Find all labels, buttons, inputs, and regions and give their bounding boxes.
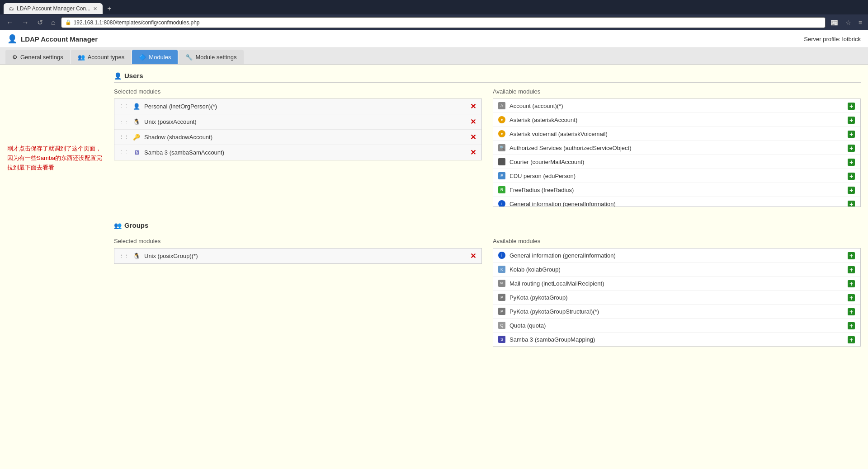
avail-icon-quota: Q bbox=[498, 321, 506, 329]
address-bar[interactable]: 🔒 192.168.1.1:8080/templates/config/conf… bbox=[61, 17, 826, 28]
add-auth-button[interactable]: + bbox=[847, 144, 856, 152]
groups-available-wrapper: i General information (generalInformatio… bbox=[493, 248, 861, 347]
avail-name-gen-info: General information (generalInformation) bbox=[509, 252, 843, 259]
lock-icon: 🔒 bbox=[65, 19, 71, 25]
module-name-shadow: Shadow (shadowAccount) bbox=[144, 134, 466, 141]
module-icon-personal: 👤 bbox=[132, 103, 141, 111]
users-module-shadow: ⋮⋮ 🔑 Shadow (shadowAccount) ✕ bbox=[114, 130, 481, 145]
tab-general-settings[interactable]: ⚙ General settings bbox=[5, 50, 70, 64]
avail-pykota-struct: P PyKota (pykotaGroupStructural)(*) + bbox=[493, 305, 860, 319]
add-mail-routing-button[interactable]: + bbox=[847, 280, 856, 287]
add-samba3-grp-button[interactable]: + bbox=[847, 336, 856, 343]
module-name-group-unix: Unix (posixGroup)(*) bbox=[144, 253, 466, 259]
drag-handle-unix[interactable]: ⋮⋮ bbox=[119, 119, 129, 125]
add-pykota-struct-button[interactable]: + bbox=[847, 308, 856, 315]
toolbar-icons: 📰 ☆ ≡ bbox=[828, 18, 864, 28]
modules-icon: 🔷 bbox=[139, 54, 146, 61]
menu-icon[interactable]: ≡ bbox=[856, 18, 864, 28]
avail-name-edu: EDU person (eduPerson) bbox=[509, 173, 843, 179]
users-available-modules[interactable]: A Account (account)(*) + ✦ Asterisk (ast… bbox=[493, 98, 861, 207]
add-asterisk-button[interactable]: + bbox=[847, 116, 856, 124]
module-name-unix: Unix (posixAccount) bbox=[144, 118, 466, 125]
logo-icon: 👤 bbox=[7, 34, 17, 44]
avail-name-auth: Authorized Services (authorizedServiceOb… bbox=[509, 145, 843, 151]
groups-available-panel: Available modules i General information … bbox=[493, 238, 861, 347]
groups-title-text: Groups bbox=[124, 221, 148, 229]
avail-name-pykota-struct: PyKota (pykotaGroupStructural)(*) bbox=[509, 308, 843, 315]
avail-icon-pykota-struct: P bbox=[498, 307, 506, 315]
drag-handle-samba3[interactable]: ⋮⋮ bbox=[119, 150, 129, 155]
back-button[interactable]: ← bbox=[4, 17, 16, 28]
refresh-button[interactable]: ↺ bbox=[34, 16, 46, 28]
content-area: 👤 Users Selected modules ⋮⋮ 👤 Personal (… bbox=[114, 72, 861, 469]
drag-handle-group-unix[interactable]: ⋮⋮ bbox=[119, 253, 129, 259]
remove-shadow-button[interactable]: ✕ bbox=[469, 133, 477, 141]
tab-account-types[interactable]: 👥 Account types bbox=[71, 50, 132, 64]
add-edu-button[interactable]: + bbox=[847, 172, 856, 180]
modules-label: Modules bbox=[149, 54, 171, 61]
avail-icon-samba3-grp: S bbox=[498, 335, 506, 343]
new-tab-button[interactable]: + bbox=[105, 3, 113, 14]
groups-available-modules[interactable]: i General information (generalInformatio… bbox=[493, 248, 861, 347]
remove-unix-button[interactable]: ✕ bbox=[469, 117, 477, 126]
users-module-personal: ⋮⋮ 👤 Personal (inetOrgPerson)(*) ✕ bbox=[114, 99, 481, 114]
groups-selected-modules: ⋮⋮ 🐧 Unix (posixGroup)(*) ✕ bbox=[114, 248, 482, 264]
add-freeradius-button[interactable]: + bbox=[847, 186, 856, 194]
avail-name-account: Account (account)(*) bbox=[509, 103, 843, 109]
module-name-samba3: Samba 3 (sambaSamAccount) bbox=[144, 149, 466, 156]
avail-icon-courier: @ bbox=[498, 158, 506, 166]
account-types-icon: 👥 bbox=[78, 54, 85, 61]
add-kolab-button[interactable]: + bbox=[847, 266, 856, 273]
add-account-button[interactable]: + bbox=[847, 102, 856, 110]
tab-modules[interactable]: 🔷 Modules bbox=[132, 50, 178, 64]
add-quota-button[interactable]: + bbox=[847, 322, 856, 329]
browser-tab[interactable]: 🗂 LDAP Account Manager Con... ✕ bbox=[4, 3, 103, 14]
avail-name-asterisk: Asterisk (asteriskAccount) bbox=[509, 117, 843, 123]
note-text: 刚才点击保存了就调到了这个页面，因为有一些Samba的东西还没配置完拉到最下面去… bbox=[7, 144, 107, 172]
add-asterisk-vm-button[interactable]: + bbox=[847, 130, 856, 138]
avail-kolab: K Kolab (kolabGroup) + bbox=[493, 263, 860, 277]
note-sidebar: 刚才点击保存了就调到了这个页面，因为有一些Samba的东西还没配置完拉到最下面去… bbox=[7, 72, 107, 469]
users-section-icon: 👤 bbox=[114, 72, 122, 80]
tab-module-settings[interactable]: 🔧 Module settings bbox=[179, 50, 243, 64]
users-selected-panel: Selected modules ⋮⋮ 👤 Personal (inetOrgP… bbox=[114, 88, 482, 207]
close-tab-button[interactable]: ✕ bbox=[93, 6, 97, 12]
avail-asterisk: ✦ Asterisk (asteriskAccount) + bbox=[493, 113, 860, 127]
users-available-wrapper: A Account (account)(*) + ✦ Asterisk (ast… bbox=[493, 98, 861, 207]
groups-available-title: Available modules bbox=[493, 238, 861, 244]
avail-mail-routing: ✉ Mail routing (inetLocalMailRecipient) … bbox=[493, 277, 860, 291]
add-general-info-button[interactable]: + bbox=[847, 200, 856, 207]
add-pykota-button[interactable]: + bbox=[847, 294, 856, 301]
browser-toolbar: ← → ↺ ⌂ 🔒 192.168.1.1:8080/templates/con… bbox=[0, 14, 868, 30]
url-text: 192.168.1.1:8080/templates/config/confmo… bbox=[74, 19, 200, 26]
avail-general-info: i General information (generalInformatio… bbox=[493, 197, 860, 207]
drag-handle-shadow[interactable]: ⋮⋮ bbox=[119, 134, 129, 140]
reader-icon[interactable]: 📰 bbox=[828, 18, 840, 28]
module-icon-samba3: 🖥 bbox=[132, 149, 141, 157]
users-modules-layout: Selected modules ⋮⋮ 👤 Personal (inetOrgP… bbox=[114, 88, 861, 207]
home-button[interactable]: ⌂ bbox=[48, 17, 58, 28]
forward-button[interactable]: → bbox=[19, 17, 32, 28]
app-title: LDAP Account Manager bbox=[21, 35, 98, 43]
avail-auth-services: 🔍 Authorized Services (authorizedService… bbox=[493, 141, 860, 155]
users-module-samba3: ⋮⋮ 🖥 Samba 3 (sambaSamAccount) ✕ bbox=[114, 145, 481, 160]
remove-group-unix-button[interactable]: ✕ bbox=[469, 252, 477, 260]
avail-courier: @ Courier (courierMailAccount) + bbox=[493, 155, 860, 169]
add-courier-button[interactable]: + bbox=[847, 158, 856, 166]
avail-name-kolab: Kolab (kolabGroup) bbox=[509, 266, 843, 273]
add-gen-info-button[interactable]: + bbox=[847, 252, 856, 259]
groups-module-unix: ⋮⋮ 🐧 Unix (posixGroup)(*) ✕ bbox=[114, 249, 481, 263]
groups-selected-title: Selected modules bbox=[114, 238, 482, 244]
avail-icon-account: A bbox=[498, 102, 506, 110]
avail-gen-info: i General information (generalInformatio… bbox=[493, 249, 860, 263]
drag-handle-personal[interactable]: ⋮⋮ bbox=[119, 103, 129, 109]
module-settings-icon: 🔧 bbox=[185, 54, 193, 61]
remove-samba3-button[interactable]: ✕ bbox=[469, 148, 477, 157]
remove-personal-button[interactable]: ✕ bbox=[469, 102, 477, 111]
avail-edu: E EDU person (eduPerson) + bbox=[493, 169, 860, 183]
avail-asterisk-vm: ✦ Asterisk voicemail (asteriskVoicemail)… bbox=[493, 127, 860, 141]
browser-chrome: 🗂 LDAP Account Manager Con... ✕ + bbox=[0, 0, 868, 14]
avail-icon-mail-routing: ✉ bbox=[498, 279, 506, 287]
avail-samba3-grp: S Samba 3 (sambaGroupMapping) + bbox=[493, 333, 860, 346]
bookmark-icon[interactable]: ☆ bbox=[843, 18, 854, 28]
